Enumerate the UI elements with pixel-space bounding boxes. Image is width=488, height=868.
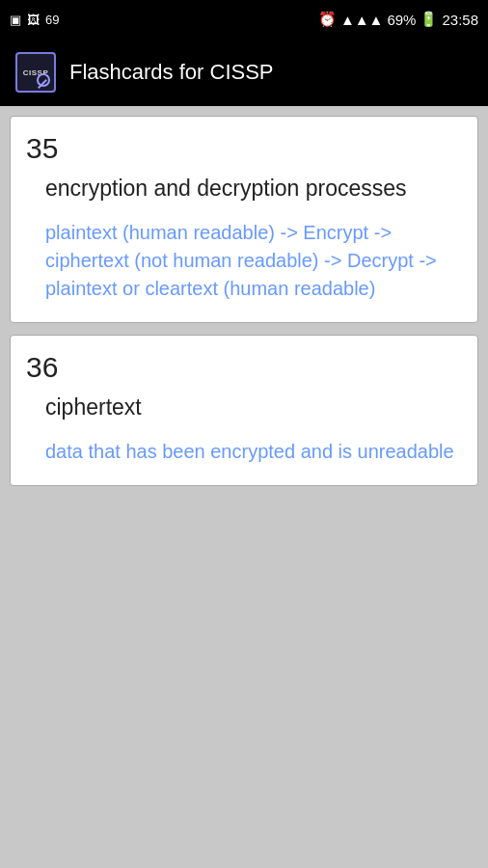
card-number-35: 35 [26,132,462,165]
flashcard-36[interactable]: 36 ciphertext data that has been encrypt… [10,335,478,486]
status-bar: ▣ 🖼 69 ⏰ ▲▲▲ 69% 🔋 23:58 [0,0,488,39]
flashcard-35[interactable]: 35 encryption and decryption processes p… [10,116,478,323]
app-title: Flashcards for CISSP [69,60,274,85]
notification-badge: 69 [45,13,59,27]
app-bar: CISSP Flashcards for CISSP [0,39,488,106]
card-definition-35: plaintext (human readable) -> Encrypt ->… [45,219,462,303]
card-definition-36: data that has been encrypted and is unre… [45,438,462,466]
status-left: ▣ 🖼 69 [10,13,59,27]
status-right: ⏰ ▲▲▲ 69% 🔋 23:58 [318,11,478,28]
screen-icon: ▣ [10,13,21,27]
image-icon: 🖼 [27,13,40,27]
card-number-36: 36 [26,351,462,384]
content-area: 35 encryption and decryption processes p… [0,106,488,868]
alarm-icon: ⏰ [318,11,337,28]
card-term-36: ciphertext [45,393,462,422]
app-logo: CISSP [15,52,56,93]
clock: 23:58 [442,12,478,28]
card-term-35: encryption and decryption processes [45,175,462,203]
signal-icon: ▲▲▲ [340,12,384,28]
battery-level: 69% [387,12,416,28]
battery-icon: 🔋 [420,11,438,28]
